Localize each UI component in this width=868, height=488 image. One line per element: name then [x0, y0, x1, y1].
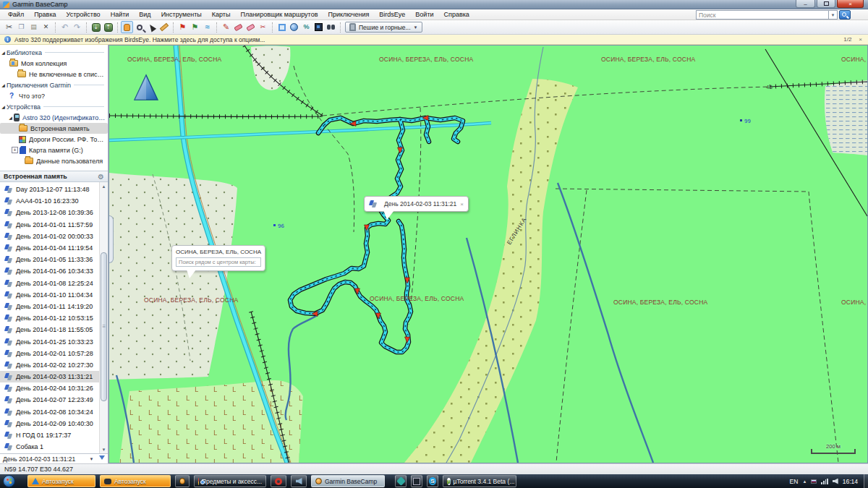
expand-icon[interactable]: + [12, 147, 18, 153]
track-list-item[interactable]: День 2014-01-04 11:19:54 [0, 242, 108, 254]
tree-item-astro-320[interactable]: ◢Astro 320 (Идентификатор устро... [0, 112, 108, 123]
track-list-item[interactable]: Day 2013-12-07 11:13:48 [0, 184, 108, 195]
divide-scissors-icon[interactable]: ✂ [257, 21, 269, 33]
select-arrow-icon[interactable] [145, 21, 158, 33]
maximize-button[interactable] [817, 0, 835, 8]
minimize-button[interactable]: – [796, 0, 815, 8]
cut-icon[interactable]: ✂ [3, 21, 15, 33]
tooltip-search-hint[interactable]: Поиск рядом с центром карты: [176, 257, 261, 267]
search-button[interactable] [839, 10, 851, 20]
menu-item[interactable]: Войти [410, 9, 438, 20]
track-list-item[interactable]: AAA4-01-10 16:23:30 [0, 195, 108, 207]
ruler-icon[interactable] [158, 21, 170, 33]
taskbar-button-audio[interactable] [291, 475, 307, 487]
search-nearby-tooltip[interactable]: ОСИНА, БЕРЕЗА, ЕЛЬ, СОСНА Поиск рядом с … [171, 245, 265, 271]
taskbar-button-skype[interactable]: S [427, 475, 438, 487]
track-list-item[interactable]: День 2014-01-06 10:34:33 [0, 265, 108, 277]
globe-icon[interactable] [288, 21, 300, 33]
taskbar-button-media[interactable] [175, 475, 190, 487]
percent-icon[interactable]: % [300, 21, 312, 33]
track-list-item[interactable]: День 2013-12-08 10:39:36 [0, 207, 108, 218]
menu-item[interactable]: Вид [134, 9, 156, 20]
highlighter-icon[interactable] [244, 21, 257, 33]
tree-item-user-data[interactable]: Данные пользователя [0, 155, 108, 166]
sidebar-collapse-handle[interactable] [109, 215, 114, 263]
selection-box-icon[interactable] [276, 21, 288, 33]
scroll-down-icon[interactable]: ▼ [100, 445, 108, 453]
clock[interactable]: 16:14 [843, 478, 858, 485]
combo-caret-icon[interactable]: ▼ [87, 457, 96, 461]
track-list-item[interactable]: День 2014-01-05 11:33:36 [0, 254, 108, 265]
track-list-item[interactable]: День 2014-02-01 10:57:28 [0, 348, 108, 359]
taskbar-button-opera[interactable] [271, 475, 286, 487]
notification-bar[interactable]: i Astro 320 поддерживает изображения Bir… [0, 35, 868, 45]
delete-icon[interactable]: ✕ [40, 21, 52, 33]
start-button[interactable] [3, 475, 15, 487]
menu-item[interactable]: Устройство [61, 9, 106, 20]
menu-item[interactable]: Найти [106, 9, 135, 20]
menu-item[interactable]: Правка [29, 9, 61, 20]
show-desktop-button[interactable] [864, 474, 868, 488]
taskbar-button-autostart-2[interactable]: Автозапуск [100, 475, 171, 487]
track-list-item[interactable]: День 2014-01-10 11:04:34 [0, 289, 108, 301]
taskbar-button-basecamp[interactable]: Garmin BaseCamp [311, 475, 385, 487]
track-list-item[interactable]: День 2014-02-08 10:34:24 [0, 406, 108, 418]
export-device-icon[interactable]: ⇡ [102, 21, 114, 33]
track-list-item[interactable]: День 2014-01-18 11:55:05 [0, 324, 108, 335]
menu-item[interactable]: BirdsEye [374, 9, 410, 20]
gear-icon[interactable]: ⚙ [98, 173, 104, 181]
track-list-item[interactable]: День 2014-02-03 11:31:21 [0, 371, 108, 382]
language-indicator[interactable]: EN [790, 478, 799, 485]
track-list-item[interactable]: День 2014-01-12 10:53:15 [0, 312, 108, 324]
tree-item-my-collection[interactable]: Моя коллекция [0, 58, 108, 69]
zoom-tool-icon[interactable] [133, 21, 145, 33]
taskbar-button-app1[interactable] [395, 475, 407, 487]
tree-item-unlisted-data[interactable]: Не включенные в список данн... [0, 69, 108, 80]
tree-item-memory-card[interactable]: +Карта памяти (G:) [0, 145, 108, 155]
track-list-item[interactable]: День 2014-01-08 12:25:24 [0, 278, 108, 289]
scrollbar-thumb[interactable] [101, 252, 107, 401]
search-input[interactable] [696, 10, 829, 20]
flag-icon[interactable] [811, 479, 817, 484]
menu-item[interactable]: Планировщик маршрутов [235, 9, 323, 20]
redo-icon[interactable]: ↷ [71, 21, 83, 33]
tree-section-library[interactable]: ◢Библиотека [0, 47, 108, 58]
taskbar-button-chrome[interactable]: Предметы и аксесс... [194, 475, 266, 487]
menu-item[interactable]: Справка [439, 9, 475, 20]
map-detail-icon[interactable] [312, 21, 325, 33]
copy-icon[interactable]: ❐ [15, 21, 27, 33]
list-scrollbar[interactable]: ▲ ▼ [99, 182, 108, 453]
track-list-item[interactable]: День 2014-02-02 10:27:30 [0, 359, 108, 371]
track-filter-combo[interactable]: День 2014-02-03 11:31:21 ▼ [0, 453, 108, 463]
track-tool-icon[interactable]: ≈ [201, 21, 213, 33]
route-flag-icon[interactable]: ⚑ [189, 21, 201, 33]
tree-section-devices[interactable]: ◢Устройства [0, 101, 108, 112]
scroll-up-icon[interactable]: ▲ [100, 182, 108, 190]
tree-item-russia-roads-map[interactable]: Дороги России. РФ. Топо. Ве... [0, 134, 108, 145]
track-list-item[interactable]: День 2014-02-07 12:23:49 [0, 394, 108, 406]
track-list-item[interactable]: Собака 1 [0, 441, 108, 453]
callout-close-icon[interactable]: × [460, 201, 464, 207]
track-list-item[interactable]: День 2014-02-09 10:40:30 [0, 418, 108, 429]
track-list-item[interactable]: День 2014-02-04 10:31:26 [0, 382, 108, 394]
notification-close-icon[interactable]: × [859, 36, 862, 43]
activity-profile-button[interactable]: Пешие и горные... ▼ [345, 22, 422, 33]
taskbar-button-app2[interactable] [411, 475, 422, 487]
menu-item[interactable]: Файл [3, 9, 29, 20]
tree-section-adventures[interactable]: ◢Приключения Garmin [0, 80, 108, 90]
undo-icon[interactable]: ↶ [59, 21, 71, 33]
track-list-item[interactable]: День 2014-01-25 10:33:23 [0, 335, 108, 347]
taskbar-button-autostart-1[interactable]: Автозапуск [27, 475, 95, 487]
menu-item[interactable]: Приключения [323, 9, 374, 20]
menu-item[interactable]: Карты [207, 9, 236, 20]
import-device-icon[interactable]: ⇣ [90, 21, 102, 33]
paste-icon[interactable]: ▤ [27, 21, 40, 33]
track-list-item[interactable]: День 2014-01-02 00:00:33 [0, 231, 108, 242]
tree-item-what-is-it[interactable]: ?Что это? [0, 90, 108, 101]
search-dropdown-caret[interactable]: ▼ [829, 10, 838, 20]
tray-expand-icon[interactable]: ▲ [802, 479, 807, 484]
taskbar-button-utorrent[interactable]: µ µTorrent 3.4.1 Beta (... [443, 475, 516, 487]
tree-item-internal-memory[interactable]: Встроенная память [0, 123, 108, 134]
map-canvas[interactable]: L L [109, 45, 868, 463]
track-list-item[interactable]: Н ГОД 01 19:17:37 [0, 429, 108, 441]
